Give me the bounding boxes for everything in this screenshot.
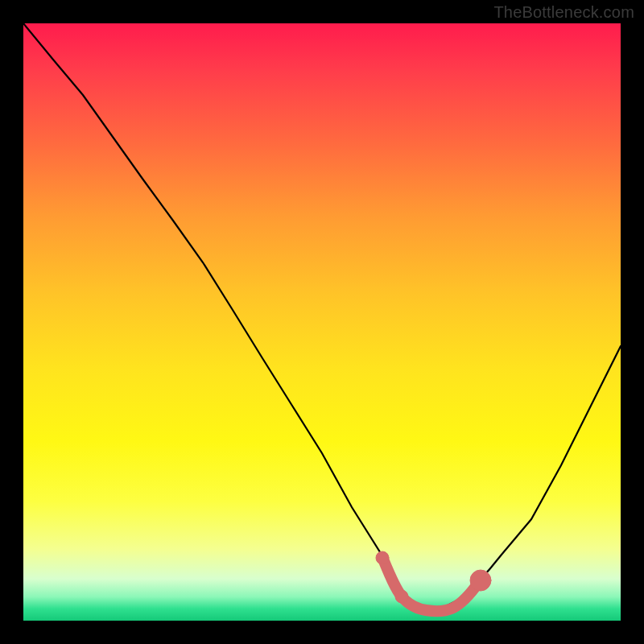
svg-point-0 [376,551,389,564]
bottleneck-curve [23,23,621,609]
optimum-band [376,551,491,611]
chart-frame: TheBottleneck.com [0,0,644,644]
plot-area [23,23,621,621]
curve-layer [23,23,621,621]
watermark-text: TheBottleneck.com [493,3,634,22]
svg-point-2 [470,570,491,591]
svg-point-1 [395,590,408,603]
